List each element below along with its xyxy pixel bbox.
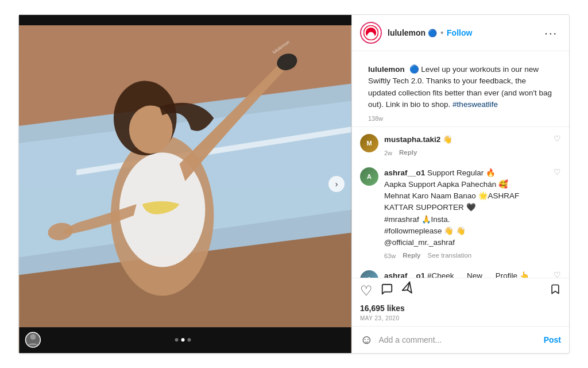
emoji-button[interactable]: ☺ xyxy=(360,332,373,347)
comment-content: ashraf__o1 Support Regular 🔥 Aapka Suppo… xyxy=(384,167,548,261)
see-translation-button[interactable]: See translation xyxy=(428,251,472,260)
post-caption: lululemon 🔵 Level up your workouts in ou… xyxy=(360,57,561,114)
comment-meta: 2w Reply xyxy=(384,148,548,158)
header-user-info: lululemon 🔵 • Follow xyxy=(388,28,541,37)
actions-bar: ♡ xyxy=(352,278,569,301)
comment-item: M mustapha.taki2 👋 2w Reply ♡ xyxy=(352,129,569,163)
svg-point-17 xyxy=(181,338,185,342)
svg-point-15 xyxy=(30,334,36,340)
like-button[interactable]: ♡ xyxy=(360,283,373,299)
caption-hashtag[interactable]: #thesweatlife xyxy=(452,100,498,109)
post-comment-button[interactable]: Post xyxy=(544,335,561,344)
post-image: lululemon › xyxy=(19,15,351,353)
likes-count: 16,695 likes xyxy=(352,301,569,315)
bookmark-button[interactable] xyxy=(550,283,561,299)
next-image-button[interactable]: › xyxy=(328,176,345,192)
svg-point-18 xyxy=(187,338,191,342)
comment-author[interactable]: ashraf__o1 xyxy=(384,168,425,177)
image-panel: lululemon › xyxy=(19,15,352,353)
comment-button[interactable] xyxy=(381,283,393,299)
comment-reply-button[interactable]: Reply xyxy=(403,251,420,260)
comment-input-bar: ☺ Post xyxy=(352,326,569,353)
comment-like-button[interactable]: ♡ xyxy=(554,134,561,143)
comment-time: 2w xyxy=(384,148,392,158)
comment-like-button[interactable]: ♡ xyxy=(554,270,561,278)
brand-avatar[interactable] xyxy=(360,22,382,44)
comment-author[interactable]: ashraf__o1 xyxy=(384,271,425,278)
post-container: lululemon › xyxy=(18,14,570,354)
post-header: lululemon 🔵 • Follow ··· xyxy=(352,15,569,51)
comment-avatar[interactable]: A xyxy=(360,167,378,186)
info-panel: lululemon 🔵 • Follow ··· lululemon 🔵 Lev… xyxy=(352,15,569,353)
header-username: lululemon 🔵 • Follow xyxy=(388,28,541,37)
comment-content: ashraf__o1 #Cheek___New___Profile 👆 Md_A… xyxy=(384,270,548,278)
share-button[interactable] xyxy=(401,283,414,299)
caption-time: 138w xyxy=(360,114,561,126)
comment-avatar[interactable]: M xyxy=(360,134,378,152)
caption-area: lululemon 🔵 Level up your workouts in ou… xyxy=(352,51,569,126)
comment-item: A ashraf__o1 Support Regular 🔥 Aapka Sup… xyxy=(352,163,569,266)
caption-username[interactable]: lululemon xyxy=(368,65,405,74)
follow-button[interactable]: Follow xyxy=(447,28,472,37)
comment-avatar[interactable]: A xyxy=(360,270,378,278)
comments-section: M mustapha.taki2 👋 2w Reply ♡ A ashraf__… xyxy=(352,126,569,278)
more-options-button[interactable]: ··· xyxy=(541,24,561,42)
verified-badge: 🔵 xyxy=(428,29,437,37)
comment-like-button[interactable]: ♡ xyxy=(554,167,561,177)
post-date: MAY 23, 2020 xyxy=(352,315,569,326)
comment-item: A ashraf__o1 #Cheek___New___Profile 👆 Md… xyxy=(352,266,569,278)
comment-time: 63w xyxy=(384,251,396,261)
comment-input[interactable] xyxy=(378,335,537,344)
username-text[interactable]: lululemon xyxy=(388,28,425,37)
comment-meta: 63w Reply See translation xyxy=(384,251,548,260)
svg-rect-13 xyxy=(19,327,351,353)
svg-rect-0 xyxy=(19,15,351,25)
svg-point-16 xyxy=(175,338,179,342)
comment-reply-button[interactable]: Reply xyxy=(399,148,417,158)
comment-content: mustapha.taki2 👋 2w Reply xyxy=(384,134,548,158)
comment-author[interactable]: mustapha.taki2 xyxy=(384,135,440,144)
action-icons: ♡ xyxy=(360,283,561,299)
